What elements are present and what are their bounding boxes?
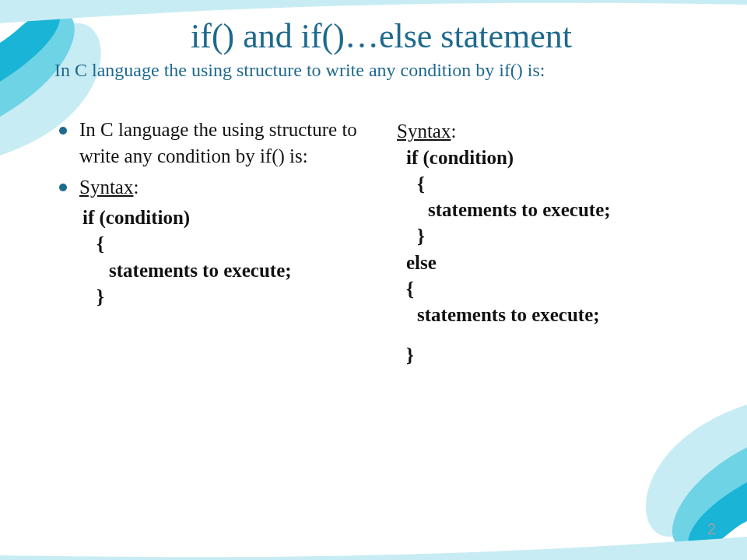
code-line: statements to execute; [428,197,708,223]
code-line: statements to execute; [417,302,708,328]
content-columns: In C language the using structure to wri… [54,117,708,369]
bullet-text: In C language the using structure to wri… [79,119,357,166]
syntax-label: Syntax [79,177,133,198]
list-item: In C language the using structure to wri… [54,117,366,170]
syntax-heading: Syntax: [397,118,708,145]
header: if() and if()…else statement In C langua… [54,19,708,82]
code-line: { [96,231,366,257]
right-column: Syntax: if (condition) { statements to e… [397,118,708,369]
decorative-wave-bottom [0,404,747,560]
code-line: } [417,223,708,250]
code-line: if (condition) [406,145,708,171]
bullet-list: In C language the using structure to wri… [54,117,366,200]
code-line: if (condition) [82,205,366,231]
slide: if() and if()…else statement In C langua… [0,0,747,560]
list-item: Syntax: [54,174,366,201]
slide-title: if() and if()…else statement [54,19,708,54]
code-block-if: if (condition) { statements to execute; … [82,205,366,310]
slide-subtitle: In C language the using structure to wri… [54,59,708,82]
code-line: else [406,250,708,276]
code-line: } [96,284,366,310]
code-line: statements to execute; [109,257,366,284]
page-number: 2 [707,520,716,538]
left-column: In C language the using structure to wri… [54,117,366,369]
syntax-label: Syntax [397,121,451,142]
code-line: } [406,342,708,369]
colon: : [133,177,139,198]
spacing [397,328,708,342]
code-line: { [417,171,708,198]
code-line: { [406,276,708,303]
colon: : [451,121,456,142]
